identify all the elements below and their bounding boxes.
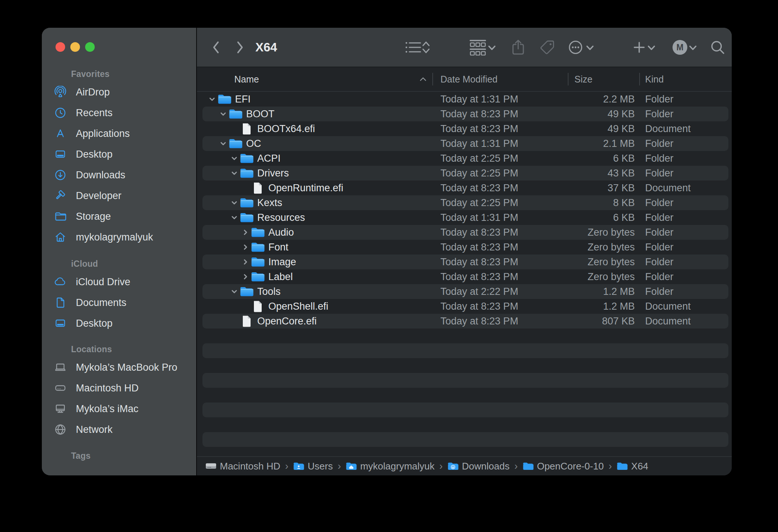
column-divider[interactable] <box>568 73 569 85</box>
account-avatar[interactable]: M <box>672 28 688 67</box>
path-item-mykolagrymalyuk[interactable]: mykolagrymalyuk <box>346 461 435 472</box>
disclosure-chevron-down-icon[interactable] <box>218 136 228 151</box>
file-date-modified: Today at 1:31 PM <box>440 210 518 225</box>
file-row-boot[interactable]: BOOTToday at 8:23 PM49 KBFolder <box>197 107 732 121</box>
home-icon <box>54 231 67 243</box>
file-row-acpi[interactable]: ACPIToday at 2:25 PM6 KBFolder <box>197 151 732 166</box>
file-row-efi[interactable]: EFIToday at 1:31 PM2.2 MBFolder <box>197 92 732 107</box>
file-row-kexts[interactable]: KextsToday at 2:25 PM8 KBFolder <box>197 195 732 210</box>
sidebar-item-mykolagrymalyuk[interactable]: mykolagrymalyuk <box>42 227 196 248</box>
column-divider[interactable] <box>639 73 640 85</box>
file-row-tools[interactable]: ToolsToday at 2:22 PM1.2 MBFolder <box>197 284 732 299</box>
sidebar-item-label: Network <box>76 424 113 435</box>
disclosure-chevron-right-icon[interactable] <box>241 225 250 240</box>
file-row-opencore-efi[interactable]: OpenCore.efiToday at 8:23 PM807 KBDocume… <box>197 314 732 329</box>
sidebar-item-developer[interactable]: Developer <box>42 185 196 206</box>
folder-icon <box>229 107 242 121</box>
file-kind: Document <box>645 181 691 195</box>
imac-icon <box>54 403 67 415</box>
sidebar-item-desktop[interactable]: Desktop <box>42 144 196 165</box>
sidebar-item-mykola-s-imac[interactable]: Mykola’s iMac <box>42 398 196 419</box>
file-date-modified: Today at 8:23 PM <box>440 299 518 314</box>
window-controls <box>56 42 95 52</box>
disclosure-chevron-right-icon[interactable] <box>241 255 250 269</box>
sidebar-item-mykola-s-macbook-pro[interactable]: Mykola’s MacBook Pro <box>42 357 196 378</box>
forward-button[interactable] <box>232 28 248 67</box>
new-folder-chevron-icon[interactable] <box>647 28 656 67</box>
column-divider[interactable] <box>432 73 433 85</box>
sidebar-item-label: Recents <box>76 107 113 119</box>
disclosure-chevron-down-icon[interactable] <box>229 195 239 210</box>
file-row-openruntime-efi[interactable]: OpenRuntime.efiToday at 8:23 PM37 KBDocu… <box>197 181 732 195</box>
file-row-font[interactable]: FontToday at 8:23 PMZero bytesFolder <box>197 240 732 255</box>
sidebar-item-downloads[interactable]: Downloads <box>42 165 196 185</box>
sidebar-item-icloud-drive[interactable]: iCloud Drive <box>42 272 196 292</box>
disclosure-chevron-down-icon[interactable] <box>207 92 217 107</box>
file-row-oc[interactable]: OCToday at 1:31 PM2.1 MBFolder <box>197 136 732 151</box>
column-header-size[interactable]: Size <box>574 67 593 91</box>
new-folder-icon[interactable] <box>633 28 645 67</box>
column-header-date-modified[interactable]: Date Modified <box>440 67 497 91</box>
empty-row-stripe <box>202 403 728 417</box>
close-button[interactable] <box>56 42 65 52</box>
path-item-opencore-0-10[interactable]: OpenCore-0-10 <box>523 461 604 472</box>
group-by-icon[interactable] <box>469 28 486 67</box>
file-kind: Document <box>645 299 691 314</box>
more-actions-icon[interactable] <box>567 28 584 67</box>
sidebar-item-airdrop[interactable]: AirDrop <box>42 82 196 102</box>
view-stepper-icon[interactable] <box>421 28 431 67</box>
sort-ascending-icon <box>419 76 427 82</box>
disclosure-chevron-right-icon[interactable] <box>241 240 250 255</box>
sidebar-item-label: Desktop <box>76 318 113 329</box>
path-item-downloads[interactable]: Downloads <box>447 461 510 472</box>
file-name-cell: Kexts <box>229 195 282 210</box>
disclosure-chevron-down-icon[interactable] <box>229 210 239 225</box>
sidebar-section-icloud: iCloudiCloud DriveDocumentsDesktop <box>42 258 196 334</box>
folder-icon <box>240 210 254 225</box>
documents-icon <box>54 296 67 309</box>
file-row-openshell-efi[interactable]: OpenShell.efiToday at 8:23 PM1.2 MBDocum… <box>197 299 732 314</box>
sidebar-item-documents[interactable]: Documents <box>42 292 196 313</box>
file-row-bootx64-efi[interactable]: BOOTx64.efiToday at 8:23 PM49 KBDocument <box>197 121 732 136</box>
file-row-image[interactable]: ImageToday at 8:23 PMZero bytesFolder <box>197 255 732 269</box>
file-row-resources[interactable]: ResourcesToday at 1:31 PM6 KBFolder <box>197 210 732 225</box>
empty-row-stripe <box>202 432 728 447</box>
column-header-name[interactable]: Name <box>234 67 259 91</box>
toolbar: X64 <box>197 28 732 67</box>
file-row-drivers[interactable]: DriversToday at 2:25 PM43 KBFolder <box>197 166 732 181</box>
path-item-users[interactable]: Users <box>293 461 333 472</box>
sidebar-item-network[interactable]: Network <box>42 419 196 440</box>
tags-icon[interactable] <box>539 28 556 67</box>
sidebar-item-recents[interactable]: Recents <box>42 102 196 123</box>
back-button[interactable] <box>208 28 224 67</box>
list-view-icon[interactable] <box>405 28 422 67</box>
file-kind: Folder <box>645 240 674 255</box>
disclosure-chevron-down-icon[interactable] <box>229 166 239 181</box>
disclosure-chevron-down-icon[interactable] <box>229 284 239 299</box>
file-size: 43 KB <box>567 166 635 181</box>
file-size: Zero bytes <box>567 255 635 269</box>
file-row-audio[interactable]: AudioToday at 8:23 PMZero bytesFolder <box>197 225 732 240</box>
path-item-x64[interactable]: X64 <box>617 461 648 472</box>
sidebar-item-macintosh-hd[interactable]: Macintosh HD <box>42 378 196 398</box>
more-actions-chevron-icon[interactable] <box>585 28 595 67</box>
sidebar-item-desktop[interactable]: Desktop <box>42 313 196 334</box>
sidebar-item-storage[interactable]: Storage <box>42 206 196 227</box>
column-header-kind[interactable]: Kind <box>645 67 664 91</box>
minimize-button[interactable] <box>70 42 80 52</box>
search-icon[interactable] <box>710 28 726 67</box>
disclosure-chevron-down-icon[interactable] <box>229 151 239 166</box>
share-icon[interactable] <box>510 28 527 67</box>
disclosure-chevron-down-icon[interactable] <box>218 107 228 121</box>
file-name-cell: Audio <box>241 225 294 240</box>
path-item-label: OpenCore-0-10 <box>537 461 604 472</box>
file-row-label[interactable]: LabelToday at 8:23 PMZero bytesFolder <box>197 269 732 284</box>
disclosure-chevron-right-icon[interactable] <box>241 269 250 284</box>
group-by-chevron-icon[interactable] <box>487 28 497 67</box>
path-item-macintosh-hd[interactable]: Macintosh HD <box>205 461 280 472</box>
sidebar-item-applications[interactable]: Applications <box>42 123 196 144</box>
path-separator-chevron: › <box>285 461 288 471</box>
zoom-button[interactable] <box>85 42 95 52</box>
drive-small-icon <box>205 462 217 471</box>
account-chevron-icon[interactable] <box>688 28 698 67</box>
